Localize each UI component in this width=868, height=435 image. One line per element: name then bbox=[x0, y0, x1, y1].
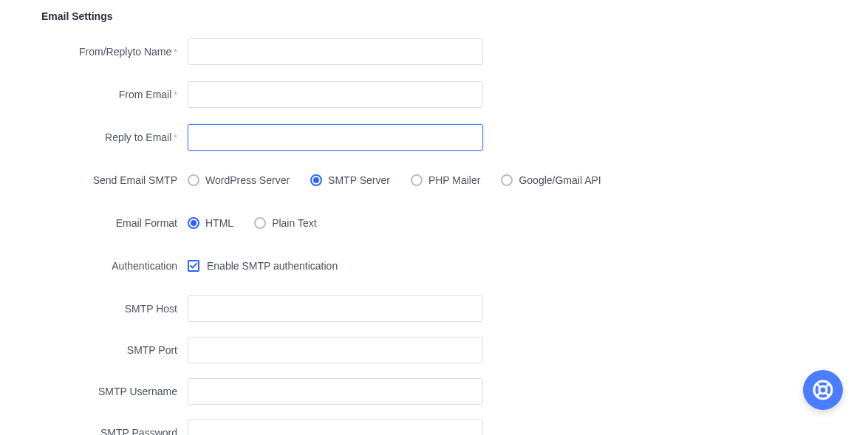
svg-line-2 bbox=[816, 383, 820, 387]
row-smtp-password: SMTP Password bbox=[41, 419, 868, 435]
row-reply-email: Reply to Email* bbox=[41, 124, 868, 151]
label-email-format: Email Format bbox=[41, 217, 188, 229]
help-button[interactable] bbox=[803, 370, 843, 410]
svg-line-4 bbox=[816, 393, 820, 397]
svg-line-5 bbox=[826, 393, 830, 397]
label-smtp-password: SMTP Password bbox=[41, 427, 188, 435]
input-smtp-password[interactable] bbox=[188, 419, 483, 435]
check-icon bbox=[190, 263, 197, 269]
input-reply-email[interactable] bbox=[188, 124, 483, 151]
input-from-email[interactable] bbox=[188, 81, 483, 108]
row-from-name: From/Replyto Name* bbox=[41, 38, 868, 65]
input-from-name[interactable] bbox=[188, 38, 483, 65]
lifebuoy-icon bbox=[812, 379, 834, 401]
radio-google-gmail-api[interactable]: Google/Gmail API bbox=[501, 174, 601, 186]
row-smtp-port: SMTP Port bbox=[41, 337, 868, 363]
label-send-smtp: Send Email SMTP bbox=[41, 174, 188, 186]
radio-php-mailer[interactable]: PHP Mailer bbox=[411, 174, 481, 186]
radio-plain-text[interactable]: Plain Text bbox=[254, 217, 316, 229]
label-smtp-host: SMTP Host bbox=[41, 303, 188, 315]
radio-html[interactable]: HTML bbox=[188, 217, 233, 229]
input-smtp-port[interactable] bbox=[188, 337, 483, 363]
row-from-email: From Email* bbox=[41, 81, 868, 108]
row-smtp-host: SMTP Host bbox=[41, 295, 868, 322]
row-smtp-username: SMTP Username bbox=[41, 378, 868, 405]
label-from-email: From Email* bbox=[41, 89, 188, 100]
input-smtp-username[interactable] bbox=[188, 378, 483, 405]
radio-smtp-server[interactable]: SMTP Server bbox=[310, 174, 390, 186]
svg-point-1 bbox=[819, 386, 827, 394]
label-smtp-username: SMTP Username bbox=[41, 386, 188, 397]
checkbox-enable-smtp-auth[interactable]: Enable SMTP authentication bbox=[188, 260, 338, 272]
section-title: Email Settings bbox=[41, 10, 868, 22]
label-from-name: From/Replyto Name* bbox=[41, 46, 188, 58]
label-reply-email: Reply to Email* bbox=[41, 131, 188, 143]
row-email-format: Email Format HTML Plain Text bbox=[41, 210, 868, 236]
row-send-smtp: Send Email SMTP WordPress Server SMTP Se… bbox=[41, 167, 868, 193]
svg-line-3 bbox=[826, 383, 830, 387]
row-authentication: Authentication Enable SMTP authenticatio… bbox=[41, 253, 868, 279]
label-smtp-port: SMTP Port bbox=[41, 344, 188, 356]
input-smtp-host[interactable] bbox=[188, 295, 483, 322]
radio-wordpress-server[interactable]: WordPress Server bbox=[188, 174, 290, 186]
label-authentication: Authentication bbox=[41, 260, 188, 272]
